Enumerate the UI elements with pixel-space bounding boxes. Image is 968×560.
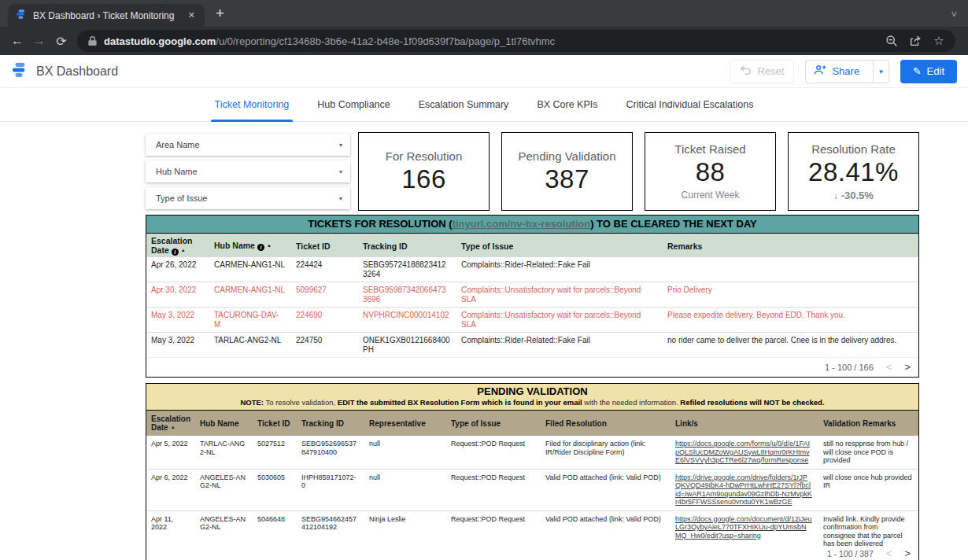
url-domain: datastudio.google.com: [104, 35, 216, 47]
resolution-table-pagination: 1 - 100 / 166 < >: [146, 357, 918, 377]
column-hub-name[interactable]: Hub Name▲: [209, 241, 291, 251]
share-main[interactable]: Share: [806, 64, 867, 78]
prev-page-icon[interactable]: <: [886, 547, 892, 559]
browser-tab-strip: BX Dashboard › Ticket Monitoring ✕ + ˅: [0, 0, 968, 27]
scorecard-label: Ticket Raised: [674, 142, 745, 156]
resolution-table-header: Escalation Date▲ Hub Name▲ Ticket ID Tra…: [146, 234, 918, 257]
chevron-down-icon[interactable]: ˅: [951, 9, 957, 20]
report-title: BX Dashboard: [36, 64, 730, 79]
lock-icon[interactable]: [88, 36, 97, 46]
tab-ticket-monitoring[interactable]: Ticket Monitoring: [203, 88, 301, 121]
reset-button[interactable]: Reset: [730, 60, 794, 83]
column-tracking-id[interactable]: Tracking ID: [297, 419, 364, 428]
share-page-icon[interactable]: [903, 35, 927, 47]
table-row: Apr 6, 2022ANGELES-ANG2-NL5030605IHPH859…: [146, 470, 918, 511]
column-escalation-date[interactable]: Escalation Date▲: [146, 414, 195, 432]
forward-icon[interactable]: →: [28, 34, 50, 48]
scorecard-delta: ↓ -30.5%: [833, 190, 874, 201]
tab-hub-compliance[interactable]: Hub Compliance: [305, 88, 401, 121]
column-type-of-issue[interactable]: Type of Issue: [456, 241, 663, 251]
scorecard-pending-validation: Pending Validation 387: [501, 132, 633, 211]
validation-table: PENDING VALIDATION NOTE: To resolve vali…: [146, 383, 919, 560]
column-tracking-id[interactable]: Tracking ID: [358, 241, 456, 251]
tab-bx-core-kpis[interactable]: BX Core KPIs: [525, 88, 609, 121]
bookmark-star-icon[interactable]: ☆: [927, 34, 951, 48]
edit-label: Edit: [927, 65, 944, 77]
table-row: May 3, 2022TARLAC-ANG2-NL224750ONEK1GXB0…: [146, 333, 918, 357]
table-row: Apr 30, 2022CARMEN-ANG1-NL5099627SEBG959…: [146, 282, 918, 308]
scorecard-resolution-rate: Resolution Rate 28.41% ↓ -30.5%: [788, 132, 919, 211]
share-label: Share: [832, 65, 859, 77]
validation-table-header: Escalation Date▲ Hub Name Ticket ID Trac…: [146, 411, 918, 436]
column-escalation-date[interactable]: Escalation Date▲: [146, 236, 209, 256]
filter-label: Type of Issue: [156, 193, 207, 203]
table-row: Apr 26, 2022CARMEN-ANG1-NL224424SEBG9572…: [146, 257, 918, 282]
table-row: May 3, 2022TACURONG-DAV-M224690NVPHRCINC…: [146, 308, 918, 333]
back-icon[interactable]: ←: [6, 34, 28, 48]
pencil-icon: ✎: [913, 65, 922, 77]
chevron-down-icon: ▾: [339, 168, 342, 175]
resolution-table-body: Apr 26, 2022CARMEN-ANG1-NL224424SEBG9572…: [146, 257, 918, 357]
scorecard-for-resolution: For Resolution 166: [358, 132, 490, 211]
reset-label: Reset: [757, 65, 784, 77]
info-icon: [257, 244, 264, 251]
new-tab-button[interactable]: +: [216, 5, 224, 22]
table-row: Apr 5, 2022TARLAC-ANG2-NL5027512SEBG9526…: [146, 436, 918, 470]
scorecard-label: Resolution Rate: [811, 142, 896, 156]
column-hub-name[interactable]: Hub Name: [195, 419, 253, 428]
scorecard-label: For Resolution: [386, 149, 463, 163]
arrow-down-icon: ↓: [833, 190, 838, 201]
reload-icon[interactable]: ⟳: [50, 34, 72, 49]
share-dropdown-caret[interactable]: ▾: [873, 61, 889, 83]
sort-asc-icon: ▲: [171, 425, 175, 429]
filter-type-of-issue[interactable]: Type of Issue ▾: [146, 187, 350, 209]
info-icon: [172, 249, 179, 256]
scorecard-value: 387: [545, 164, 589, 194]
resolution-table-title: TICKETS FOR RESOLUTION (tinyurl.com/nv-b…: [146, 216, 918, 234]
scorecard-ticket-raised: Ticket Raised 88 Current Week: [645, 132, 776, 211]
column-validation-remarks[interactable]: Validation Remarks: [818, 419, 918, 428]
address-bar[interactable]: datastudio.google.com/u/0/reporting/cf13…: [77, 30, 955, 52]
report-page-tabs: Ticket Monitoring Hub Compliance Escalat…: [0, 88, 968, 122]
scorecard-value: 88: [696, 157, 726, 187]
column-ticket-id[interactable]: Ticket ID: [291, 241, 358, 251]
chevron-down-icon: ▾: [339, 195, 342, 202]
sort-asc-icon: ▲: [181, 248, 186, 252]
chevron-down-icon: ▾: [339, 142, 342, 149]
validation-table-title: PENDING VALIDATION: [151, 385, 914, 397]
column-type-of-issue[interactable]: Type of Issue: [446, 419, 541, 428]
undo-icon: [740, 65, 752, 77]
next-page-icon[interactable]: >: [904, 361, 911, 373]
validation-table-note: NOTE: To resolve validation, EDIT the su…: [151, 398, 914, 407]
tab-escalation-summary[interactable]: Escalation Summary: [407, 88, 521, 121]
browser-tab[interactable]: BX Dashboard › Ticket Monitoring ✕: [8, 4, 205, 27]
validation-table-titlebar: PENDING VALIDATION NOTE: To resolve vali…: [146, 384, 918, 411]
resolution-form-link[interactable]: tinyurl.com/nv-bx-resolution: [453, 218, 591, 230]
filter-label: Hub Name: [156, 167, 198, 176]
url-text: datastudio.google.com/u/0/reporting/cf13…: [104, 35, 880, 47]
column-representative[interactable]: Representative: [364, 419, 446, 428]
sort-asc-icon: ▲: [267, 243, 272, 248]
prev-page-icon[interactable]: <: [886, 361, 892, 373]
tab-critical-individual-escalations[interactable]: Critical Individual Escalations: [615, 88, 766, 121]
column-filed-resolution[interactable]: Filed Resolution: [541, 419, 671, 428]
next-page-icon[interactable]: >: [904, 547, 911, 559]
filter-area-name[interactable]: Area Name ▾: [146, 134, 350, 156]
column-links[interactable]: Link/s: [671, 419, 818, 428]
column-remarks[interactable]: Remarks: [663, 241, 918, 251]
person-add-icon: [814, 64, 826, 78]
share-button[interactable]: Share ▾: [805, 60, 889, 83]
scorecard-label: Pending Validation: [519, 149, 616, 163]
scorecard-value: 28.41%: [808, 157, 899, 187]
filter-label: Area Name: [156, 140, 200, 149]
resolution-link[interactable]: https://drive.google.com/drive/folders/1…: [671, 473, 818, 507]
zoom-out-icon[interactable]: [880, 35, 903, 47]
tab-title: BX Dashboard › Ticket Monitoring: [33, 10, 179, 21]
filter-hub-name[interactable]: Hub Name ▾: [146, 160, 350, 182]
column-ticket-id[interactable]: Ticket ID: [253, 419, 297, 428]
resolution-link[interactable]: https://docs.google.com/document/d/12jJe…: [671, 515, 818, 540]
resolution-link[interactable]: https://docs.google.com/forms/u/0/d/e/1F…: [671, 440, 818, 465]
filter-panel: Area Name ▾ Hub Name ▾ Type of Issue ▾: [146, 134, 350, 214]
close-icon[interactable]: ✕: [185, 9, 198, 22]
edit-button[interactable]: ✎ Edit: [900, 60, 957, 83]
